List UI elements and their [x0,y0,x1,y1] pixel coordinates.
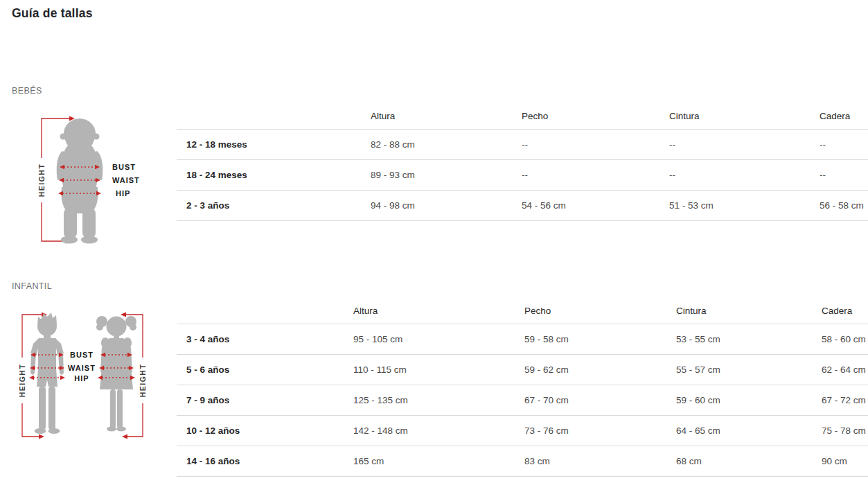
bust-label: BUST [112,163,136,171]
size-cell: -- [820,160,868,191]
size-cell: 89 - 93 cm [371,160,522,191]
size-cell: 110 - 115 cm [353,355,524,385]
size-row-label: 14 - 16 años [177,446,353,477]
size-cell: -- [669,160,820,191]
girl-silhouette [96,316,136,432]
size-cell: 51 - 53 cm [669,191,820,221]
table-row: 7 - 9 años 125 - 135 cm 67 - 70 cm 59 - … [177,385,868,416]
size-guide-page: Guía de tallas BEBÉS HEIGHT [0,0,868,492]
size-cell: -- [522,160,669,191]
size-row-label: 3 - 4 años [177,324,353,355]
size-cell: 59 - 58 cm [524,324,676,355]
table-row: 14 - 16 años 165 cm 83 cm 68 cm 90 cm [177,446,868,477]
size-cell: 58 - 60 cm [822,324,868,355]
size-cell: 59 - 60 cm [676,385,822,416]
boy-silhouette [30,313,64,434]
size-row-label: 7 - 9 años [177,385,353,416]
table-row: 3 - 4 años 95 - 105 cm 59 - 58 cm 53 - 5… [177,324,868,355]
size-cell: 59 - 62 cm [524,355,676,385]
size-cell: 67 - 70 cm [524,385,676,416]
size-cell: 64 - 65 cm [676,416,822,446]
size-row-label: 12 - 18 meses [177,130,371,160]
bebes-size-table: Altura Pecho Cintura Cadera 12 - 18 mese… [177,108,868,221]
column-header-altura: Altura [371,108,522,130]
section-label-infantil: INFANTIL [12,281,52,291]
size-cell: 73 - 76 cm [524,416,676,446]
size-cell: -- [669,130,820,160]
size-cell: 165 cm [353,446,524,477]
size-row-label: 10 - 12 años [177,416,353,446]
height-label: HEIGHT [18,364,26,398]
height-label: HEIGHT [37,164,46,197]
baby-measurement-figure: HEIGHT [19,112,165,248]
column-header-cadera: Cadera [822,303,868,324]
column-header-cintura: Cintura [676,303,822,324]
size-row-label: 2 - 3 años [177,191,371,221]
size-cell: 82 - 88 cm [371,130,522,160]
bust-label: BUST [70,351,94,359]
infantil-size-table: Altura Pecho Cintura Cadera 3 - 4 años 9… [177,303,868,477]
page-title: Guía de tallas [12,6,93,21]
size-cell: 67 - 72 cm [822,385,868,416]
size-cell: 125 - 135 cm [353,385,524,416]
size-row-label: 18 - 24 meses [177,160,371,191]
column-header-pecho: Pecho [524,303,676,324]
column-header-pecho: Pecho [522,108,669,130]
size-cell: 62 - 64 cm [822,355,868,385]
size-cell: 54 - 56 cm [522,191,669,221]
size-cell: 94 - 98 cm [371,191,522,221]
waist-label: WAIST [68,364,96,372]
hip-label: HIP [74,374,89,383]
table-row: 18 - 24 meses 89 - 93 cm -- -- -- [177,160,868,191]
section-label-bebes: BEBÉS [12,86,42,96]
column-header-cintura: Cintura [669,108,820,130]
size-cell: 55 - 57 cm [676,355,822,385]
size-cell: 75 - 78 cm [822,416,868,446]
height-label: HEIGHT [139,364,147,398]
size-cell: 90 cm [822,446,868,477]
size-cell: 142 - 148 cm [353,416,524,446]
waist-label: WAIST [112,176,140,184]
table-header-row: Altura Pecho Cintura Cadera [177,303,868,324]
children-measurement-figure: HEIGHT HEIGHT [12,308,172,455]
size-cell: 68 cm [676,446,822,477]
column-header-altura: Altura [353,303,524,324]
table-row: 12 - 18 meses 82 - 88 cm -- -- -- [177,130,868,160]
size-cell: -- [820,130,868,160]
hip-label: HIP [116,189,130,197]
size-row-label: 5 - 6 años [177,355,353,385]
size-cell: 56 - 58 cm [820,191,868,221]
size-cell: 53 - 55 cm [676,324,822,355]
size-cell: 83 cm [524,446,676,477]
size-column-header-empty [177,303,353,324]
table-row: 10 - 12 años 142 - 148 cm 73 - 76 cm 64 … [177,416,868,446]
size-column-header-empty [177,108,371,130]
size-cell: -- [522,130,669,160]
size-cell: 95 - 105 cm [353,324,524,355]
table-row: 5 - 6 años 110 - 115 cm 59 - 62 cm 55 - … [177,355,868,385]
table-row: 2 - 3 años 94 - 98 cm 54 - 56 cm 51 - 53… [177,191,868,221]
column-header-cadera: Cadera [820,108,868,130]
table-header-row: Altura Pecho Cintura Cadera [177,108,868,130]
